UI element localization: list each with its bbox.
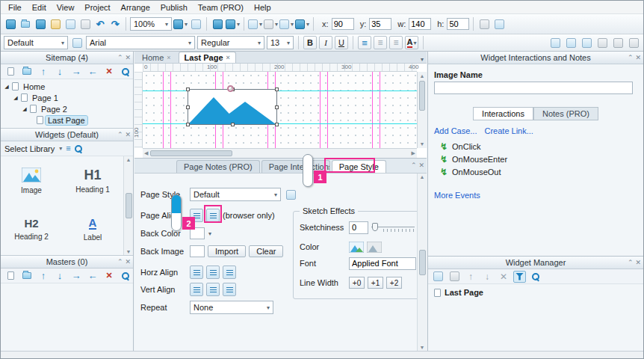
- collapse-panel-icon[interactable]: ⌃: [117, 132, 123, 138]
- generate-button[interactable]: ▾: [226, 16, 240, 31]
- menu-help[interactable]: Help: [249, 1, 276, 13]
- italic-button[interactable]: I: [319, 36, 332, 49]
- manager-down-button[interactable]: ↓: [480, 269, 494, 284]
- create-link-link[interactable]: Create Link...: [484, 126, 533, 135]
- widget-style-select[interactable]: Default ▾: [4, 36, 68, 49]
- font-weight-select[interactable]: Regular ▾: [197, 36, 264, 49]
- manager-up-button[interactable]: ↑: [464, 269, 477, 284]
- scroll-thumb[interactable]: [126, 193, 132, 218]
- close-panel-icon[interactable]: ✕: [125, 259, 131, 266]
- edit-page-style-button[interactable]: [284, 187, 297, 202]
- page-panel-scrollbar[interactable]: ▲ ▼: [417, 174, 427, 351]
- sitemap-search-button[interactable]: [119, 64, 132, 79]
- tree-item-last-page[interactable]: Last Page: [1, 114, 133, 126]
- menu-arrange[interactable]: Arrange: [116, 1, 155, 13]
- group-button[interactable]: [492, 16, 506, 31]
- close-panel-icon[interactable]: ✕: [418, 162, 424, 169]
- manager-search-button[interactable]: [529, 269, 542, 284]
- widget-item-heading-2[interactable]: H2 Heading 2: [1, 207, 62, 251]
- font-size-select[interactable]: 13 ▾: [267, 36, 294, 49]
- delete-page-button[interactable]: ✕: [102, 64, 116, 79]
- scroll-thumb[interactable]: [419, 250, 426, 275]
- scroll-up-icon[interactable]: ▲: [420, 174, 425, 180]
- scroll-down-icon[interactable]: ▼: [420, 345, 425, 350]
- canvas-h-scrollbar[interactable]: ◀ ▶: [143, 148, 417, 158]
- resize-handle[interactable]: [186, 105, 190, 109]
- distribute-vertical-button[interactable]: [627, 35, 640, 50]
- add-master-folder-button[interactable]: [20, 269, 34, 283]
- master-indent-button[interactable]: →: [69, 269, 83, 283]
- align-right-edges-button[interactable]: [580, 35, 593, 50]
- manager-list-button[interactable]: [431, 269, 445, 284]
- h-field[interactable]: [447, 18, 469, 30]
- tab-notes[interactable]: Notes (PRO): [533, 107, 598, 120]
- tab-page-notes[interactable]: Page Notes (PRO): [176, 160, 260, 173]
- add-master-button[interactable]: [4, 269, 17, 283]
- chevron-down-icon[interactable]: ▾: [208, 230, 211, 237]
- design-canvas[interactable]: 0 100 200 300 400 100: [134, 64, 427, 158]
- copy-button[interactable]: [64, 16, 77, 31]
- add-folder-button[interactable]: [20, 64, 34, 79]
- scroll-down-icon[interactable]: ▼: [126, 249, 131, 254]
- manager-delete-button[interactable]: ✕: [497, 269, 510, 284]
- border-style-button[interactable]: ▾: [279, 16, 294, 31]
- tree-item-page-1[interactable]: ◢ Page 1: [1, 92, 133, 103]
- widget-item-heading-1[interactable]: H1 Heading 1: [62, 159, 123, 203]
- expand-icon[interactable]: ◢: [22, 106, 28, 112]
- master-outdent-button[interactable]: ←: [86, 269, 99, 283]
- align-left-edges-button[interactable]: [548, 35, 562, 50]
- tree-item-home[interactable]: ◢ Home: [1, 81, 133, 92]
- lock-button[interactable]: [477, 16, 491, 31]
- event-onclick[interactable]: ↯ OnClick: [434, 140, 633, 153]
- pin-marker-icon[interactable]: [227, 85, 234, 92]
- line-width-button[interactable]: ▾: [264, 16, 278, 31]
- tab-last-page[interactable]: Last Page ×: [179, 52, 236, 63]
- expand-icon[interactable]: ◢: [13, 95, 19, 101]
- undo-button[interactable]: ↶: [93, 16, 107, 31]
- master-up-button[interactable]: ↑: [37, 269, 50, 283]
- connector-mode-button[interactable]: [189, 16, 202, 31]
- guide-line[interactable]: [143, 90, 417, 91]
- canvas-v-scrollbar[interactable]: ▲ ▼: [417, 72, 427, 148]
- canvas-surface[interactable]: [143, 72, 417, 148]
- collapse-panel-icon[interactable]: ⌃: [628, 260, 634, 266]
- close-panel-icon[interactable]: ✕: [635, 260, 641, 266]
- guide-line[interactable]: [327, 72, 328, 148]
- resize-handle[interactable]: [275, 88, 279, 91]
- widget-item-label-widget[interactable]: A Label: [62, 207, 123, 251]
- guide-line[interactable]: [143, 123, 417, 124]
- fill-color-button[interactable]: ▾: [295, 16, 309, 31]
- guide-line[interactable]: [372, 72, 373, 148]
- horz-align-left-button[interactable]: [190, 266, 203, 279]
- save-button[interactable]: [34, 16, 47, 31]
- outdent-button[interactable]: ←: [86, 64, 99, 79]
- expand-icon[interactable]: ◢: [4, 84, 10, 90]
- edit-style-button[interactable]: [70, 35, 84, 50]
- vert-align-middle-button[interactable]: [206, 283, 220, 296]
- filter-button[interactable]: [513, 271, 526, 283]
- menu-edit[interactable]: Edit: [27, 1, 52, 13]
- guide-line[interactable]: [170, 72, 171, 148]
- select-library-label[interactable]: Select Library: [4, 144, 55, 153]
- repeat-select[interactable]: None ▾: [190, 301, 273, 314]
- library-menu-icon[interactable]: ≡: [66, 144, 70, 153]
- new-file-button[interactable]: [4, 16, 17, 31]
- close-panel-icon[interactable]: ✕: [635, 55, 641, 61]
- add-page-button[interactable]: [4, 64, 17, 79]
- scroll-up-icon[interactable]: ▲: [420, 73, 425, 79]
- align-centers-button[interactable]: [564, 35, 578, 50]
- move-up-button[interactable]: ↑: [37, 64, 50, 79]
- import-button[interactable]: Import: [208, 245, 246, 257]
- horz-align-center-button[interactable]: [206, 266, 220, 279]
- scroll-up-icon[interactable]: ▲: [126, 157, 131, 162]
- resize-handle[interactable]: [275, 123, 279, 126]
- bold-button[interactable]: B: [303, 36, 317, 49]
- resize-handle[interactable]: [186, 88, 190, 91]
- resize-handle[interactable]: [186, 123, 190, 126]
- indent-button[interactable]: →: [69, 64, 83, 79]
- tab-overflow-icon[interactable]: ▾: [421, 56, 424, 63]
- widget-manager-item[interactable]: Last Page: [428, 284, 643, 298]
- sketchiness-slider[interactable]: [371, 222, 415, 233]
- scroll-down-icon[interactable]: ▼: [420, 141, 425, 147]
- tree-item-page-2[interactable]: ◢ Page 2: [1, 103, 133, 114]
